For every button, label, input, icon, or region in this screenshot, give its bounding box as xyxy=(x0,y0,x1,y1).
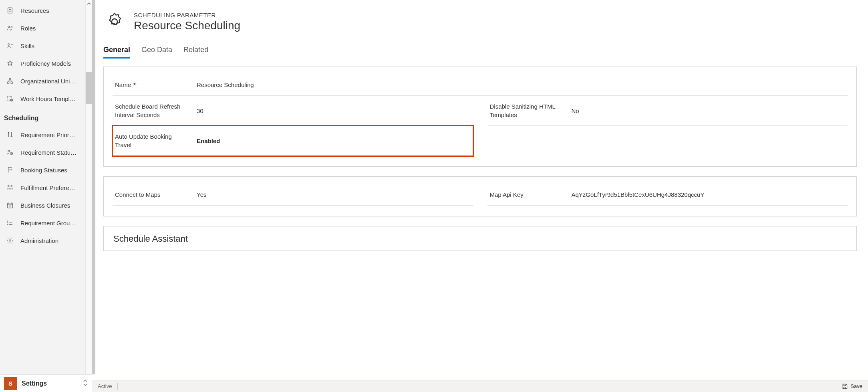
sidebar-item-admin[interactable]: Administration xyxy=(0,232,92,249)
chevron-up-icon[interactable] xyxy=(87,1,91,6)
svg-point-18 xyxy=(9,240,11,242)
sidebar-item-proficiency[interactable]: Proficiency Models xyxy=(0,55,92,72)
org-icon xyxy=(6,77,14,85)
sidebar-item-label: Resources xyxy=(20,7,49,14)
tab-related[interactable]: Related xyxy=(183,46,208,58)
sidebar-item-reqgroup[interactable]: Requirement Grou… xyxy=(0,214,92,232)
field-label: Connect to Maps xyxy=(113,184,193,205)
sidebar-item-label: Roles xyxy=(20,25,36,32)
sidebar-item-label: Proficiency Models xyxy=(20,60,71,67)
sidebar-item-label: Administration xyxy=(20,237,58,244)
tab-general[interactable]: General xyxy=(103,46,130,58)
save-label: Save xyxy=(850,383,862,389)
form-header: SCHEDULING PARAMETER Resource Scheduling xyxy=(92,0,868,37)
sidebar-item-label: Requirement Statu… xyxy=(20,149,77,156)
main-scrollbar-thumb[interactable] xyxy=(92,0,95,374)
sidebar-item-bookingstatus[interactable]: Booking Statuses xyxy=(0,161,92,179)
form-gear-icon xyxy=(103,10,126,33)
svg-point-12 xyxy=(8,185,9,187)
field-refresh-interval[interactable]: Schedule Board Refresh Interval Seconds … xyxy=(113,96,473,126)
form-title: Resource Scheduling xyxy=(134,19,240,32)
sidebar-item-label: Business Closures xyxy=(20,202,70,209)
list-icon xyxy=(6,218,14,227)
sidebar-section-header: Scheduling xyxy=(0,107,92,126)
calendar-x-icon xyxy=(6,201,14,210)
statusbar-divider xyxy=(117,383,118,390)
svg-rect-7 xyxy=(11,82,13,83)
section-title: Schedule Assistant xyxy=(113,234,848,244)
field-label: Map Api Key xyxy=(487,184,568,205)
save-button[interactable]: Save xyxy=(842,383,862,390)
sidebar-item-label: Booking Statuses xyxy=(20,167,67,174)
sidebar-item-orgunits[interactable]: Organizational Uni… xyxy=(0,72,92,90)
svg-rect-14 xyxy=(7,203,13,208)
svg-point-3 xyxy=(11,26,12,28)
sidebar-item-fulfillment[interactable]: Fulfillment Prefere… xyxy=(0,179,92,196)
sidebar-scrollbar[interactable] xyxy=(85,0,92,392)
workhours-icon xyxy=(6,94,14,103)
svg-point-10 xyxy=(8,150,10,152)
scrollbar-thumb[interactable] xyxy=(86,72,92,104)
svg-point-13 xyxy=(11,185,12,187)
section-schedule-assistant: Schedule Assistant xyxy=(103,226,857,251)
form-overline: SCHEDULING PARAMETER xyxy=(134,12,240,18)
sidebar-item-label: Work Hours Templ… xyxy=(20,95,76,102)
field-map-api-key[interactable]: Map Api Key AqYzGoLfTyr9d51Bbl5tCexU6UHg… xyxy=(487,184,848,206)
sidebar-item-workhours[interactable]: Work Hours Templ… xyxy=(0,90,92,107)
sidebar-item-bizclosures[interactable]: Business Closures xyxy=(0,196,92,214)
svg-rect-5 xyxy=(9,78,11,80)
section-maps: Connect to Maps Yes Map Api Key AqYzGoLf… xyxy=(103,176,857,216)
svg-rect-6 xyxy=(7,82,9,83)
svg-point-1 xyxy=(9,9,10,10)
svg-point-15 xyxy=(7,221,8,222)
record-state: Active xyxy=(98,383,112,389)
sidebar-item-label: Organizational Uni… xyxy=(20,78,76,85)
sidebar-item-reqprior[interactable]: Requirement Prior… xyxy=(0,126,92,143)
svg-point-16 xyxy=(7,222,8,223)
field-value[interactable]: 30 xyxy=(193,96,473,125)
field-label: Name * xyxy=(113,74,193,95)
tab-geodata[interactable]: Geo Data xyxy=(141,46,172,58)
field-value[interactable]: No xyxy=(568,96,848,125)
field-disable-sanitize[interactable]: Disable Sanitizing HTML Templates No xyxy=(487,96,848,126)
sidebar: Resources Roles Skills Proficiency Model… xyxy=(0,0,92,392)
svg-point-2 xyxy=(8,26,10,28)
sidebar-item-label: Requirement Grou… xyxy=(20,220,76,226)
app-switcher[interactable]: S Settings xyxy=(0,374,92,392)
main-content: SCHEDULING PARAMETER Resource Scheduling… xyxy=(92,0,868,392)
skills-icon xyxy=(6,41,14,50)
required-marker: * xyxy=(133,81,136,89)
field-value[interactable]: Resource Scheduling xyxy=(193,74,848,95)
sidebar-item-roles[interactable]: Roles xyxy=(0,19,92,37)
svg-rect-8 xyxy=(7,97,12,101)
field-value[interactable]: Yes xyxy=(193,184,473,205)
app-switcher-name: Settings xyxy=(22,380,83,387)
sidebar-item-label: Fulfillment Prefere… xyxy=(20,184,75,191)
field-label: Schedule Board Refresh Interval Seconds xyxy=(113,96,193,125)
sidebar-item-label: Skills xyxy=(20,42,34,49)
svg-point-4 xyxy=(8,44,10,46)
field-connect-maps[interactable]: Connect to Maps Yes xyxy=(113,184,473,206)
gear-icon xyxy=(6,236,14,245)
field-value[interactable]: Enabled xyxy=(193,126,473,156)
section-general: Name * Resource Scheduling Schedule Boar… xyxy=(103,67,857,167)
fulfillment-icon xyxy=(6,183,14,192)
tab-bar: General Geo Data Related xyxy=(92,37,868,59)
flag-icon xyxy=(6,166,14,174)
sidebar-item-resources[interactable]: Resources xyxy=(0,2,92,19)
svg-rect-0 xyxy=(8,8,12,13)
sidebar-item-label: Requirement Prior… xyxy=(20,131,75,138)
reqstatus-icon xyxy=(6,148,14,157)
field-label: Auto Update Booking Travel xyxy=(113,126,193,156)
field-auto-update-travel[interactable]: Auto Update Booking Travel Enabled xyxy=(113,126,473,156)
field-value[interactable]: AqYzGoLfTyr9d51Bbl5tCexU6UHg4J88320qccuY xyxy=(568,184,848,205)
sidebar-item-skills[interactable]: Skills xyxy=(0,37,92,55)
field-label: Disable Sanitizing HTML Templates xyxy=(487,96,568,125)
star-icon xyxy=(6,59,14,68)
sidebar-item-reqstatus[interactable]: Requirement Statu… xyxy=(0,143,92,161)
roles-icon xyxy=(6,24,14,32)
app-tile-icon: S xyxy=(4,377,17,390)
svg-point-17 xyxy=(7,224,8,225)
field-name[interactable]: Name * Resource Scheduling xyxy=(113,74,848,96)
chevron-updown-icon xyxy=(83,379,88,388)
